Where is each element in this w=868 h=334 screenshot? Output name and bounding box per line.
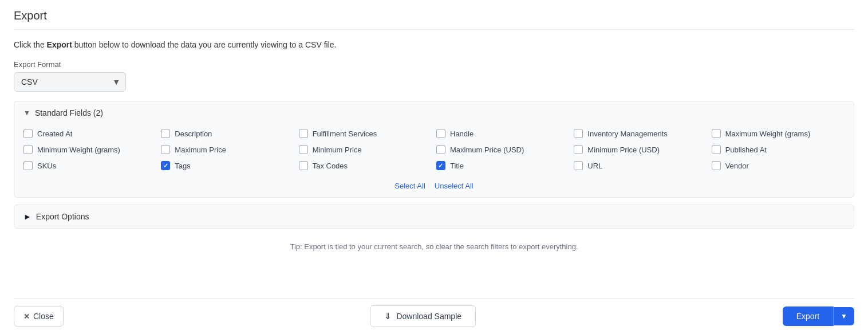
description: Click the Export button below to downloa…	[14, 39, 854, 51]
field-maximum-price-usd: Maximum Price (USD)	[436, 145, 569, 154]
field-maximum-price: Maximum Price	[161, 145, 294, 154]
export-options-header[interactable]: ► Export Options	[14, 205, 854, 228]
close-x-icon: ✕	[23, 312, 30, 321]
field-tax-codes: Tax Codes	[299, 161, 432, 170]
field-vendor: Vendor	[712, 161, 845, 170]
field-label-skus: SKUs	[37, 162, 56, 170]
export-options-title: Export Options	[36, 212, 89, 221]
field-published-at: Published At	[712, 145, 845, 154]
checkbox-skus[interactable]	[23, 161, 33, 170]
field-skus: SKUs	[23, 161, 156, 170]
expand-chevron-icon: ▼	[23, 109, 30, 117]
checkbox-description[interactable]	[161, 129, 170, 138]
checkbox-minimum-weight-grams[interactable]	[23, 145, 33, 154]
field-label-maximum-price-usd: Maximum Price (USD)	[450, 146, 524, 154]
checkbox-tax-codes[interactable]	[299, 161, 308, 170]
checkbox-maximum-price-usd[interactable]	[436, 145, 445, 154]
field-maximum-weight-grams: Maximum Weight (grams)	[712, 129, 845, 138]
page-title: Export	[14, 9, 854, 30]
close-label: Close	[33, 312, 54, 321]
checkbox-maximum-price[interactable]	[161, 145, 170, 154]
export-button[interactable]: Export	[783, 307, 834, 326]
field-inventory-managements: Inventory Managements	[574, 129, 707, 138]
download-icon: ⇓	[384, 311, 392, 321]
checkbox-minimum-price-usd[interactable]	[574, 145, 583, 154]
field-label-inventory-managements: Inventory Managements	[587, 129, 667, 138]
select-all-button[interactable]: Select All	[394, 182, 425, 190]
download-sample-label: Download Sample	[396, 312, 461, 321]
field-minimum-weight-grams: Minimum Weight (grams)	[23, 145, 156, 154]
expand-options-chevron-icon: ►	[23, 212, 31, 221]
field-label-fulfillment-services: Fulfillment Services	[313, 129, 377, 138]
select-actions: Select All Unselect All	[14, 177, 854, 197]
checkbox-handle[interactable]	[436, 129, 445, 138]
close-button[interactable]: ✕ Close	[14, 306, 64, 327]
export-button-group: Export ▼	[783, 307, 854, 326]
field-fulfillment-services: Fulfillment Services	[299, 129, 432, 138]
format-select-wrapper: CSV Excel JSON ▼	[14, 72, 126, 92]
field-label-tags: Tags	[175, 162, 190, 170]
footer-bar: ✕ Close ⇓ Download Sample Export ▼	[14, 298, 854, 334]
checkbox-title[interactable]	[436, 161, 445, 170]
checkbox-inventory-managements[interactable]	[574, 129, 583, 138]
field-minimum-price: Minimum Price	[299, 145, 432, 154]
field-label-minimum-price: Minimum Price	[313, 146, 362, 154]
field-label-minimum-weight-grams: Minimum Weight (grams)	[37, 146, 120, 154]
checkbox-minimum-price[interactable]	[299, 145, 308, 154]
export-chevron-icon: ▼	[841, 312, 847, 320]
checkbox-fulfillment-services[interactable]	[299, 129, 308, 138]
field-title: Title	[436, 161, 569, 170]
fields-grid: Created At Description Fulfillment Servi…	[14, 124, 854, 177]
field-label-maximum-weight-grams: Maximum Weight (grams)	[725, 129, 811, 138]
standard-fields-section: ▼ Standard Fields (2) Created At Descrip…	[14, 101, 854, 198]
field-url: URL	[574, 161, 707, 170]
checkbox-url[interactable]	[574, 161, 583, 170]
field-label-vendor: Vendor	[725, 162, 749, 170]
export-options-section: ► Export Options	[14, 205, 854, 229]
export-chevron-button[interactable]: ▼	[834, 307, 854, 325]
tip-text: Tip: Export is tied to your current sear…	[14, 235, 854, 256]
field-label-handle: Handle	[450, 129, 474, 138]
checkbox-maximum-weight-grams[interactable]	[712, 129, 721, 138]
field-label-tax-codes: Tax Codes	[313, 162, 348, 170]
format-label: Export Format	[14, 60, 854, 69]
checkbox-vendor[interactable]	[712, 161, 721, 170]
format-select[interactable]: CSV Excel JSON	[14, 72, 126, 92]
checkbox-created-at[interactable]	[23, 129, 33, 138]
field-label-published-at: Published At	[725, 146, 767, 154]
field-label-created-at: Created At	[37, 129, 72, 138]
field-created-at: Created At	[23, 129, 156, 138]
standard-fields-title: Standard Fields (2)	[35, 108, 103, 117]
field-label-maximum-price: Maximum Price	[175, 146, 226, 154]
unselect-all-button[interactable]: Unselect All	[435, 182, 474, 190]
field-tags: Tags	[161, 161, 294, 170]
field-label-title: Title	[450, 162, 464, 170]
download-sample-button[interactable]: ⇓ Download Sample	[370, 305, 476, 327]
checkbox-published-at[interactable]	[712, 145, 721, 154]
checkbox-tags[interactable]	[161, 161, 170, 170]
field-description: Description	[161, 129, 294, 138]
field-handle: Handle	[436, 129, 569, 138]
field-label-minimum-price-usd: Minimum Price (USD)	[587, 146, 660, 154]
field-label-description: Description	[175, 129, 212, 138]
field-label-url: URL	[587, 162, 602, 170]
field-minimum-price-usd: Minimum Price (USD)	[574, 145, 707, 154]
standard-fields-header[interactable]: ▼ Standard Fields (2)	[14, 101, 854, 124]
